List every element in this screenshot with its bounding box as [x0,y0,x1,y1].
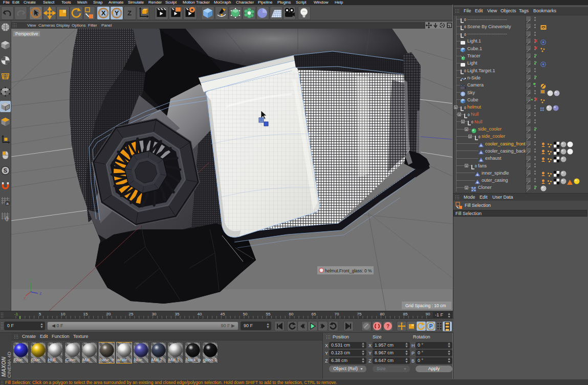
svg-text:a: a [6,201,9,206]
svg-text:Grid Spacing : 10 cm: Grid Spacing : 10 cm [405,303,446,308]
svg-text:helmut.Front_glass: 0 %: helmut.Front_glass: 0 % [325,268,372,273]
svg-text:0: 0 [464,18,466,22]
svg-text:?: ? [386,324,389,329]
svg-text:Z: Z [127,9,132,17]
svg-text:Y: Y [29,278,32,282]
svg-text:P: P [429,324,433,329]
svg-text:Z: Z [39,292,42,295]
svg-text:(): () [6,216,9,221]
svg-text:S: S [4,167,7,174]
svg-text:0: 0 [464,33,466,36]
svg-text:Y: Y [115,9,119,17]
svg-text:X: X [24,296,26,300]
svg-text:0: 0 [464,25,466,29]
svg-text:0: 0 [478,135,481,139]
svg-text:0: 0 [471,120,473,124]
svg-text:0: 0 [464,106,466,110]
svg-text:0: 0 [468,113,470,117]
svg-text:X: X [101,9,106,17]
svg-text:CINEMA 4D: CINEMA 4D [6,352,12,378]
svg-text:0: 0 [475,164,477,168]
svg-text:0: 0 [464,69,466,73]
